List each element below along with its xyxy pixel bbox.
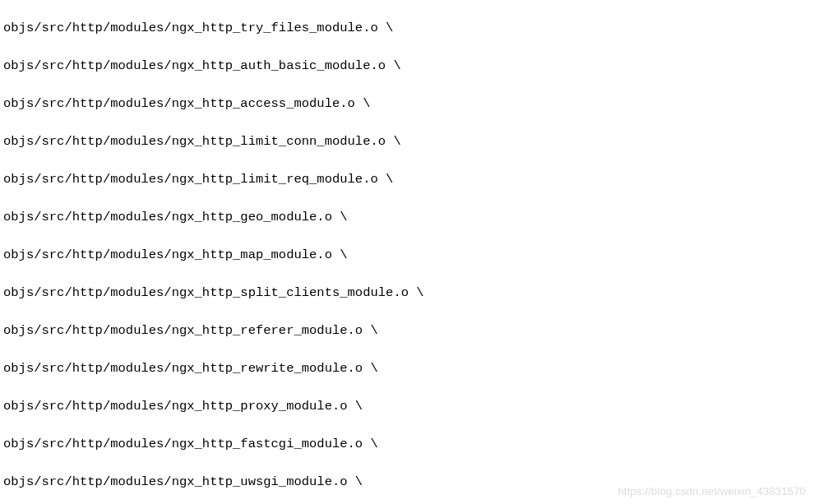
- output-line: objs/src/http/modules/ngx_http_fastcgi_m…: [3, 435, 811, 454]
- output-line: objs/src/http/modules/ngx_http_map_modul…: [3, 246, 811, 265]
- output-line: objs/src/http/modules/ngx_http_limit_con…: [3, 132, 811, 151]
- output-line: objs/src/http/modules/ngx_http_proxy_mod…: [3, 397, 811, 416]
- output-line: objs/src/http/modules/ngx_http_uwsgi_mod…: [3, 473, 811, 492]
- output-line: objs/src/http/modules/ngx_http_access_mo…: [3, 95, 811, 113]
- output-line: objs/src/http/modules/ngx_http_split_cli…: [3, 284, 811, 303]
- output-line: objs/src/http/modules/ngx_http_limit_req…: [3, 170, 811, 189]
- output-line: objs/src/http/modules/ngx_http_try_files…: [3, 19, 811, 38]
- output-line: objs/src/http/modules/ngx_http_rewrite_m…: [3, 359, 811, 378]
- output-line: objs/src/http/modules/ngx_http_geo_modul…: [3, 208, 811, 227]
- output-line: objs/src/http/modules/ngx_http_referer_m…: [3, 321, 811, 340]
- output-line: objs/src/http/modules/ngx_http_auth_basi…: [3, 57, 811, 76]
- terminal-output: objs/src/http/modules/ngx_http_try_files…: [0, 0, 814, 504]
